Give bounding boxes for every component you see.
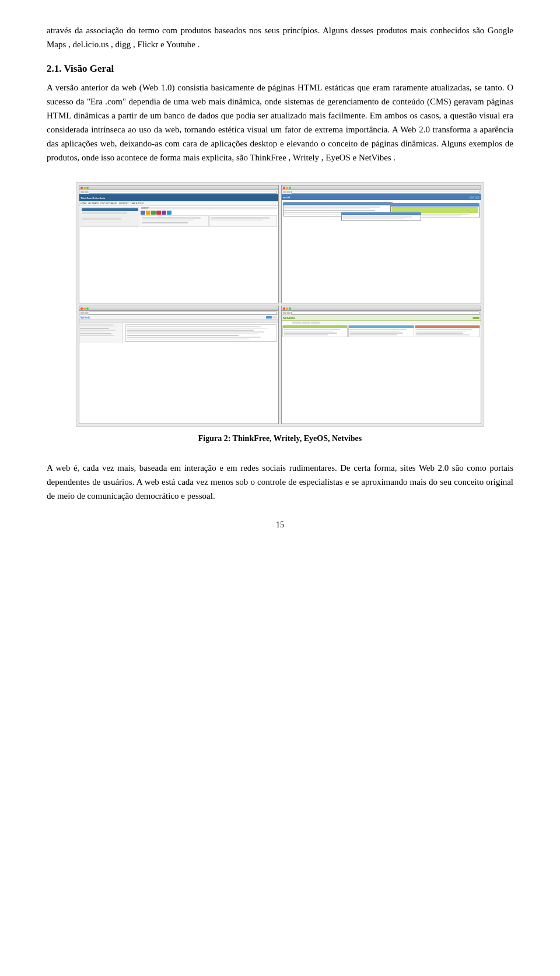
figure-caption: Figura 2: ThinkFree, Writely, EyeOS, Net… [47, 434, 513, 443]
paragraph-2: A versão anterior da web (Web 1.0) consi… [47, 81, 513, 165]
section-number: 2.1. [47, 63, 62, 74]
figure-container: ThinkFree Online beta HOME MY SPACE DOC … [47, 182, 513, 443]
section-title: Visão Geral [64, 63, 114, 74]
section-heading: 2.1. Visão Geral [47, 63, 513, 75]
figure-image: ThinkFree Online beta HOME MY SPACE DOC … [76, 182, 484, 427]
thinkfree-browser: ThinkFree Online beta HOME MY SPACE DOC … [79, 185, 279, 303]
paragraph-1: através da associação do termo com produ… [47, 23, 513, 51]
eyeos-browser: eyeOS [281, 185, 481, 303]
paragraph-3: A web é, cada vez mais, baseada em inter… [47, 461, 513, 503]
netvibes-browser: Netvibes [281, 306, 481, 424]
writely-browser: Writely [79, 306, 279, 424]
page-number: 15 [47, 520, 513, 530]
page-content: através da associação do termo com produ… [0, 0, 560, 565]
